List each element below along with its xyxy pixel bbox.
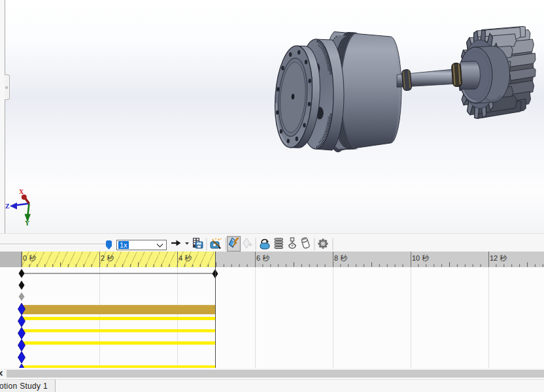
- svg-text:X: X: [19, 188, 24, 195]
- svg-text:Z: Z: [5, 203, 10, 210]
- svg-text:Y: Y: [25, 220, 30, 227]
